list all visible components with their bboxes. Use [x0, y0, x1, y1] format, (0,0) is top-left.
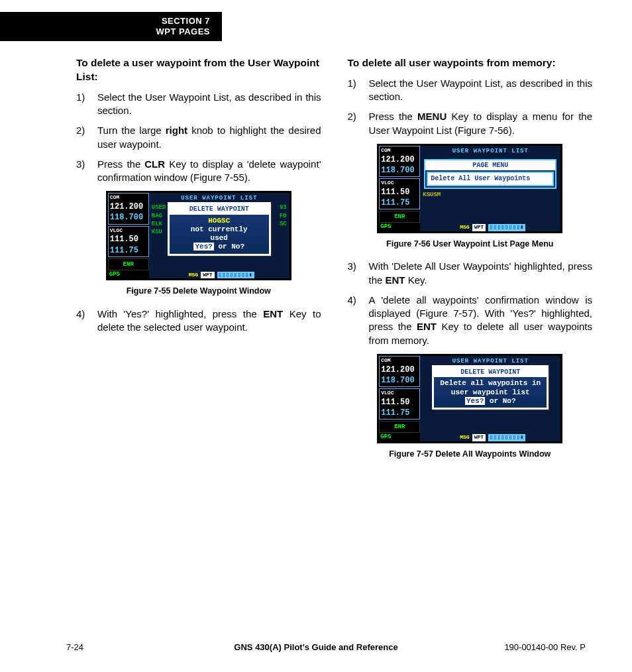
section-number: SECTION 7 — [12, 16, 210, 27]
step-1: 1) Select the User Waypoint List, as des… — [76, 91, 321, 118]
dialog-line: Delete all waypoints in — [438, 379, 543, 388]
confirm-row: Yes? or No? — [438, 397, 543, 406]
com-active-freq: 121.200 — [110, 201, 147, 212]
com-label: COM — [110, 194, 147, 201]
vloc-standby-freq: 111.75 — [110, 245, 147, 256]
gps-label: GPS — [379, 223, 420, 231]
page-indicator: ▯▯▯▯▯▯▯▯▮ — [488, 434, 525, 441]
delete-all-dialog: DELETE WAYPOINT Delete all waypoints in … — [432, 365, 549, 410]
vloc-standby-freq: 111.75 — [381, 408, 418, 418]
dialog-title: DELETE WAYPOINT — [434, 367, 547, 378]
step-2: 2) Turn the large right knob to highligh… — [76, 124, 321, 151]
com-standby-freq: 118.700 — [110, 212, 147, 223]
confirm-row: Yes? or No? — [174, 243, 265, 251]
com-active-freq: 121.200 — [381, 364, 418, 375]
vloc-label: VLOC — [110, 227, 147, 235]
msg-indicator: MSG — [189, 272, 198, 278]
page-footer: 7-24 GNS 430(A) Pilot's Guide and Refere… — [0, 642, 632, 653]
waypoint-name: HOGSC — [174, 217, 265, 225]
step-number: 4) — [76, 308, 97, 335]
left-heading: To delete a user waypoint from the User … — [76, 56, 321, 84]
step-number: 2) — [76, 124, 97, 151]
figure-7-55-device: COM 121.200 118.700 VLOC 111.50 111.75 E… — [106, 191, 291, 280]
step-4: 4) With 'Yes?' highlighted, press the EN… — [76, 308, 321, 335]
screen-bottom-bar: MSG WPT ▯▯▯▯▯▯▯▯▮ — [149, 272, 290, 278]
dialog-line: not currently — [174, 225, 265, 234]
gps-label: GPS — [108, 270, 149, 278]
vloc-active-freq: 111.50 — [381, 187, 418, 197]
yes-button[interactable]: Yes? — [193, 243, 213, 251]
left-steps: 1) Select the User Waypoint List, as des… — [76, 91, 321, 185]
page-indicator: ▯▯▯▯▯▯▯▯▮ — [217, 272, 254, 278]
page-content: To delete a user waypoint from the User … — [76, 56, 592, 470]
step-text: With 'Delete All User Waypoints' highlig… — [369, 260, 593, 287]
right-heading: To delete all user waypoints from memory… — [348, 56, 593, 70]
enr-button[interactable]: ENR — [108, 258, 149, 270]
msg-indicator: MSG — [460, 224, 469, 231]
right-steps-2: 3) With 'Delete All User Waypoints' high… — [348, 260, 593, 347]
wpt-indicator: WPT — [201, 272, 214, 278]
page-indicator: ▯▯▯▯▯▯▯▯▮ — [488, 224, 525, 231]
dialog-line: user waypoint list — [438, 388, 543, 397]
no-button[interactable]: No? — [503, 397, 516, 405]
enr-button[interactable]: ENR — [379, 211, 420, 223]
footer-title: GNS 430(A) Pilot's Guide and Reference — [0, 642, 632, 653]
figure-7-56-caption: Figure 7-56 User Waypoint List Page Menu — [348, 239, 593, 250]
com-standby-freq: 118.700 — [381, 375, 418, 386]
no-button[interactable]: No? — [231, 243, 244, 251]
frequency-column: COM 121.200 118.700 VLOC 111.50 111.75 E… — [379, 356, 420, 441]
com-active-freq: 121.200 — [381, 154, 418, 165]
step-text: With 'Yes?' highlighted, press the ENT K… — [97, 308, 321, 335]
section-header: SECTION 7 WPT PAGES — [0, 12, 222, 41]
step-4: 4) A 'delete all waypoints' confirmation… — [348, 294, 593, 347]
device-screen: USER WAYPOINT LIST DELETE WAYPOINT Delet… — [420, 356, 560, 441]
page-menu-title: PAGE MENU — [425, 160, 555, 171]
msg-indicator: MSG — [460, 434, 469, 441]
left-column: To delete a user waypoint from the User … — [76, 56, 321, 470]
step-text: Select the User Waypoint List, as descri… — [97, 91, 321, 118]
right-steps-1: 1) Select the User Waypoint List, as des… — [348, 77, 593, 137]
gps-label: GPS — [379, 433, 420, 441]
figure-7-57-device: COM 121.200 118.700 VLOC 111.50 111.75 E… — [377, 354, 562, 443]
device-screen: USER WAYPOINT LIST USED 7 AVAIL 993 PAGE… — [420, 146, 560, 231]
step-text: Turn the large right knob to highlight t… — [97, 124, 321, 151]
right-column: To delete all user waypoints from memory… — [348, 56, 593, 470]
step-2: 2) Press the MENU Key to display a menu … — [348, 110, 593, 137]
dialog-title: DELETE WAYPOINT — [170, 204, 269, 215]
step-number: 2) — [348, 110, 369, 137]
figure-7-57-caption: Figure 7-57 Delete All Waypoints Window — [348, 449, 593, 460]
frequency-column: COM 121.200 118.700 VLOC 111.50 111.75 E… — [108, 193, 149, 278]
step-text: Press the CLR Key to display a 'delete w… — [97, 158, 321, 185]
com-standby-freq: 118.700 — [381, 165, 418, 176]
step-number: 4) — [348, 294, 369, 347]
screen-bottom-bar: MSG WPT ▯▯▯▯▯▯▯▯▮ — [420, 435, 560, 441]
dialog-line: used — [174, 234, 265, 243]
screen-bottom-bar: MSG WPT ▯▯▯▯▯▯▯▯▮ — [420, 225, 560, 231]
step-number: 3) — [76, 158, 97, 185]
wpt-indicator: WPT — [472, 434, 486, 441]
step-1: 1) Select the User Waypoint List, as des… — [348, 77, 593, 104]
screen-title: USER WAYPOINT LIST — [420, 146, 560, 156]
step-number: 1) — [348, 77, 369, 104]
enr-button[interactable]: ENR — [379, 421, 420, 433]
frequency-column: COM 121.200 118.700 VLOC 111.50 111.75 E… — [379, 146, 420, 231]
figure-7-55-caption: Figure 7-55 Delete Waypoint Window — [76, 286, 321, 297]
step-number: 3) — [348, 260, 369, 287]
figure-7-56-device: COM 121.200 118.700 VLOC 111.50 111.75 E… — [377, 144, 562, 233]
step-3: 3) With 'Delete All User Waypoints' high… — [348, 260, 593, 287]
menu-item-delete-all[interactable]: Delete All User Waypoints — [427, 172, 554, 186]
bg-waypoint: KSUSM — [420, 191, 443, 199]
section-title: WPT PAGES — [12, 27, 210, 37]
step-text: Press the MENU Key to display a menu for… — [369, 110, 593, 137]
step-number: 1) — [76, 91, 97, 118]
delete-waypoint-dialog: DELETE WAYPOINT HOGSC not currently used… — [168, 202, 271, 255]
vloc-active-freq: 111.50 — [381, 397, 418, 408]
step-3: 3) Press the CLR Key to display a 'delet… — [76, 158, 321, 185]
device-screen: USER WAYPOINT LIST USED93 BAGFD ELKSC KS… — [149, 193, 290, 278]
yes-button[interactable]: Yes? — [465, 397, 485, 405]
wpt-indicator: WPT — [472, 224, 486, 231]
step-text: A 'delete all waypoints' confirmation wi… — [369, 294, 593, 347]
left-steps-cont: 4) With 'Yes?' highlighted, press the EN… — [76, 308, 321, 335]
page-menu: PAGE MENU Delete All User Waypoints — [424, 159, 556, 189]
vloc-standby-freq: 111.75 — [381, 197, 418, 208]
